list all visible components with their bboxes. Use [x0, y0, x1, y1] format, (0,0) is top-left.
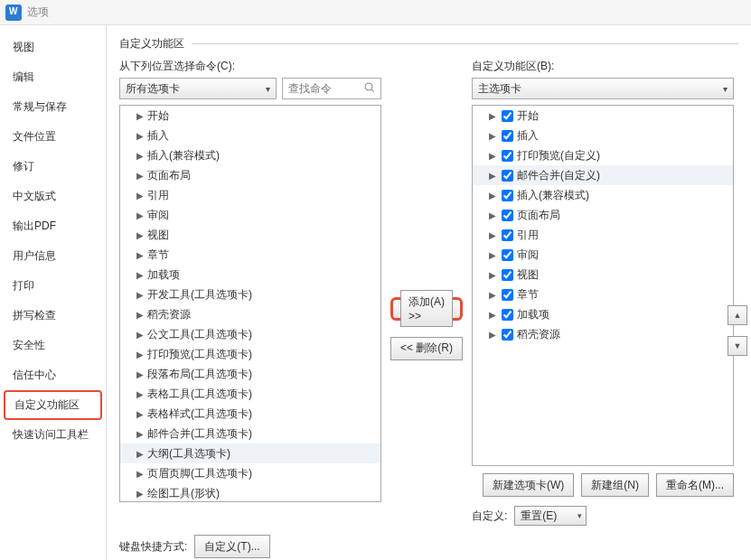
chevron-right-icon: ▶ — [489, 250, 500, 260]
tree-checkbox[interactable] — [502, 210, 513, 221]
new-tab-button[interactable]: 新建选项卡(W) — [483, 473, 574, 497]
tree-node[interactable]: ▶加载项 — [473, 304, 733, 324]
command-tree[interactable]: ▶开始▶插入▶插入(兼容模式)▶页面布局▶引用▶审阅▶视图▶章节▶加载项▶开发工… — [119, 105, 381, 502]
chevron-right-icon: ▶ — [136, 151, 147, 161]
sidebar-item[interactable]: 拼写检查 — [0, 301, 106, 331]
chevron-right-icon: ▶ — [489, 270, 500, 280]
tree-node[interactable]: ▶开始 — [120, 106, 380, 126]
tree-checkbox[interactable] — [502, 249, 513, 261]
tree-checkbox[interactable] — [502, 289, 513, 301]
chevron-right-icon: ▶ — [136, 270, 147, 280]
sidebar-item[interactable]: 输出PDF — [0, 211, 106, 241]
tree-checkbox[interactable] — [502, 130, 513, 142]
tree-node[interactable]: ▶引用 — [120, 185, 380, 205]
search-box[interactable] — [282, 78, 381, 99]
chevron-right-icon: ▶ — [136, 429, 147, 439]
chevron-right-icon: ▶ — [489, 131, 500, 141]
tree-node[interactable]: ▶稻壳资源 — [120, 304, 380, 324]
chevron-right-icon: ▶ — [136, 290, 147, 300]
tree-checkbox[interactable] — [502, 110, 513, 122]
tree-node[interactable]: ▶审阅 — [120, 205, 380, 225]
new-group-button[interactable]: 新建组(N) — [581, 473, 649, 497]
tree-node[interactable]: ▶公文工具(工具选项卡) — [120, 324, 380, 344]
tree-node[interactable]: ▶表格工具(工具选项卡) — [120, 384, 380, 404]
remove-button[interactable]: << 删除(R) — [390, 337, 463, 360]
chevron-right-icon: ▶ — [136, 330, 147, 340]
tree-node[interactable]: ▶页面布局 — [120, 165, 380, 185]
sidebar-item[interactable]: 打印 — [0, 271, 106, 301]
sidebar-item[interactable]: 用户信息 — [0, 241, 106, 271]
tree-node[interactable]: ▶引用 — [473, 225, 733, 245]
chevron-right-icon: ▶ — [136, 230, 147, 240]
tree-checkbox[interactable] — [502, 170, 513, 182]
tree-checkbox[interactable] — [502, 309, 513, 321]
target-dropdown[interactable]: 主选项卡 — [472, 78, 734, 99]
custom-label: 自定义: — [472, 509, 507, 524]
sidebar-item[interactable]: 编辑 — [0, 62, 106, 92]
chevron-right-icon: ▶ — [489, 210, 500, 220]
sidebar-item[interactable]: 中文版式 — [0, 182, 106, 211]
sidebar-item[interactable]: 信任中心 — [0, 360, 106, 390]
tree-node[interactable]: ▶邮件合并(自定义) — [473, 165, 733, 185]
tree-node[interactable]: ▶绘图工具(形状) — [120, 483, 380, 502]
sidebar-item[interactable]: 视图 — [0, 33, 106, 62]
shortcut-label: 键盘快捷方式: — [119, 539, 187, 555]
tree-checkbox[interactable] — [502, 229, 513, 241]
divider — [192, 43, 738, 44]
move-down-button[interactable]: ▼ — [728, 336, 747, 356]
sidebar-item[interactable]: 快速访问工具栏 — [0, 420, 106, 450]
tree-node[interactable]: ▶视图 — [120, 225, 380, 245]
sidebar-item[interactable]: 修订 — [0, 152, 106, 182]
chevron-right-icon: ▶ — [136, 131, 147, 141]
tree-node[interactable]: ▶插入(兼容模式) — [120, 145, 380, 165]
ribbon-tree[interactable]: ▶开始▶插入▶打印预览(自定义)▶邮件合并(自定义)▶插入(兼容模式)▶页面布局… — [472, 105, 734, 466]
tree-node[interactable]: ▶页面布局 — [473, 205, 733, 225]
source-dropdown[interactable]: 所有选项卡 — [119, 78, 277, 99]
chevron-right-icon: ▶ — [136, 111, 147, 121]
sidebar-item[interactable]: 安全性 — [0, 331, 106, 360]
move-up-button[interactable]: ▲ — [728, 305, 747, 325]
sidebar: 视图编辑常规与保存文件位置修订中文版式输出PDF用户信息打印拼写检查安全性信任中… — [0, 25, 107, 560]
tree-node[interactable]: ▶章节 — [473, 285, 733, 304]
add-button[interactable]: 添加(A) >> — [390, 297, 463, 321]
tree-node[interactable]: ▶插入(兼容模式) — [473, 185, 733, 205]
chevron-right-icon: ▶ — [136, 191, 147, 201]
svg-line-1 — [371, 89, 374, 92]
tree-node[interactable]: ▶邮件合并(工具选项卡) — [120, 424, 380, 443]
customize-shortcut-button[interactable]: 自定义(T)... — [194, 535, 269, 558]
tree-node[interactable]: ▶章节 — [120, 245, 380, 265]
sidebar-item[interactable]: 常规与保存 — [0, 92, 106, 122]
tree-node[interactable]: ▶打印预览(工具选项卡) — [120, 344, 380, 364]
tree-node[interactable]: ▶稻壳资源 — [473, 324, 733, 344]
tree-node[interactable]: ▶段落布局(工具选项卡) — [120, 364, 380, 384]
left-label: 从下列位置选择命令(C): — [119, 59, 381, 74]
search-icon — [364, 82, 375, 96]
chevron-right-icon: ▶ — [136, 250, 147, 260]
tree-node[interactable]: ▶大纲(工具选项卡) — [120, 443, 380, 463]
chevron-right-icon: ▶ — [136, 469, 147, 479]
tree-node[interactable]: ▶页眉页脚(工具选项卡) — [120, 463, 380, 483]
reset-dropdown[interactable]: 重置(E) — [514, 506, 587, 526]
tree-checkbox[interactable] — [502, 150, 513, 162]
tree-node[interactable]: ▶视图 — [473, 265, 733, 285]
tree-node[interactable]: ▶插入 — [473, 126, 733, 145]
tree-node[interactable]: ▶审阅 — [473, 245, 733, 265]
tree-node[interactable]: ▶插入 — [120, 126, 380, 145]
window-title: 选项 — [27, 5, 49, 20]
sidebar-item[interactable]: 自定义功能区 — [4, 390, 102, 420]
sidebar-item[interactable]: 文件位置 — [0, 122, 106, 152]
chevron-right-icon: ▶ — [489, 171, 500, 181]
tree-node[interactable]: ▶打印预览(自定义) — [473, 145, 733, 165]
tree-checkbox[interactable] — [502, 329, 513, 341]
tree-node[interactable]: ▶开始 — [473, 106, 733, 126]
search-input[interactable] — [288, 82, 361, 95]
tree-checkbox[interactable] — [502, 190, 513, 201]
tree-node[interactable]: ▶开发工具(工具选项卡) — [120, 285, 380, 304]
tree-checkbox[interactable] — [502, 269, 513, 281]
svg-point-0 — [365, 83, 372, 90]
rename-button[interactable]: 重命名(M)... — [656, 473, 734, 497]
chevron-right-icon: ▶ — [136, 489, 147, 499]
tree-node[interactable]: ▶表格样式(工具选项卡) — [120, 404, 380, 424]
right-label: 自定义功能区(B): — [472, 59, 734, 74]
tree-node[interactable]: ▶加载项 — [120, 265, 380, 285]
